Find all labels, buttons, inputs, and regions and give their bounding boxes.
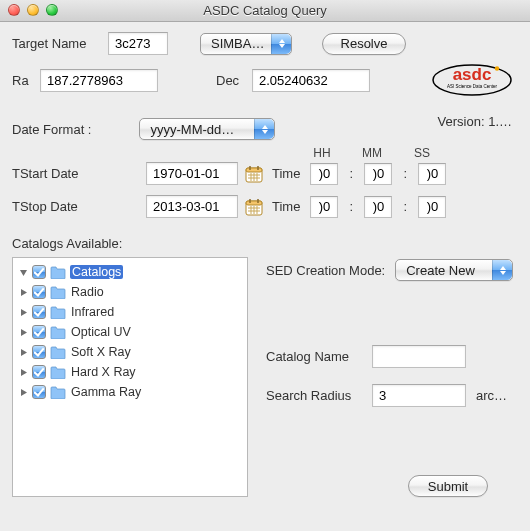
date-format-select[interactable]: yyyy-MM-dd… <box>139 118 275 140</box>
folder-icon <box>50 326 66 339</box>
ra-label: Ra <box>12 73 32 88</box>
disclosure-triangle-icon[interactable] <box>19 268 28 277</box>
tree-item-label: Soft X Ray <box>70 345 132 359</box>
close-window-button[interactable] <box>8 4 20 16</box>
tstop-ss-input[interactable] <box>418 196 446 218</box>
resolve-button[interactable]: Resolve <box>322 33 406 55</box>
tstart-label: TStart Date <box>12 166 98 181</box>
tree-item-label: Infrared <box>70 305 115 319</box>
checkbox[interactable] <box>32 385 46 399</box>
disclosure-triangle-icon[interactable] <box>19 308 28 317</box>
asdc-logo: asdc ASI Science Data Center <box>432 58 512 103</box>
folder-icon <box>50 266 66 279</box>
time-sep: : <box>344 199 358 214</box>
tree-item-label: Gamma Ray <box>70 385 142 399</box>
tstop-date-input[interactable] <box>146 195 238 218</box>
svg-marker-24 <box>21 309 27 316</box>
search-radius-label: Search Radius <box>266 388 362 403</box>
checkbox[interactable] <box>32 265 46 279</box>
tree-item-gamma-ray[interactable]: Gamma Ray <box>15 382 245 402</box>
svg-point-2 <box>495 66 500 71</box>
disclosure-triangle-icon[interactable] <box>19 368 28 377</box>
sed-mode-value: Create New <box>406 263 475 278</box>
folder-icon <box>50 366 66 379</box>
version-label: Version: 1.… <box>438 114 512 129</box>
calendar-icon[interactable] <box>244 197 264 217</box>
tree-item-label: Radio <box>70 285 105 299</box>
tstart-time-label: Time <box>272 166 300 181</box>
folder-icon <box>50 286 66 299</box>
tree-item-label: Catalogs <box>70 265 123 279</box>
disclosure-triangle-icon[interactable] <box>19 328 28 337</box>
chevron-updown-icon <box>492 260 512 280</box>
date-format-label: Date Format : <box>12 122 91 137</box>
zoom-window-button[interactable] <box>46 4 58 16</box>
time-sep: : <box>398 199 412 214</box>
tree-item-hard-x-ray[interactable]: Hard X Ray <box>15 362 245 382</box>
catalogs-available-label: Catalogs Available: <box>12 236 518 251</box>
tstop-mm-input[interactable] <box>364 196 392 218</box>
tstart-mm-input[interactable] <box>364 163 392 185</box>
ra-input[interactable] <box>40 69 158 92</box>
checkbox[interactable] <box>32 345 46 359</box>
tree-item-radio[interactable]: Radio <box>15 282 245 302</box>
window-title: ASDC Catalog Query <box>203 3 327 18</box>
window-titlebar: ASDC Catalog Query <box>0 0 530 22</box>
time-sep: : <box>398 166 412 181</box>
catalogs-tree[interactable]: CatalogsRadioInfraredOptical UVSoft X Ra… <box>12 257 248 497</box>
disclosure-triangle-icon[interactable] <box>19 288 28 297</box>
tstart-hh-input[interactable] <box>310 163 338 185</box>
tstart-date-input[interactable] <box>146 162 238 185</box>
catalog-name-label: Catalog Name <box>266 349 362 364</box>
checkbox[interactable] <box>32 365 46 379</box>
folder-icon <box>50 306 66 319</box>
tree-item-infrared[interactable]: Infrared <box>15 302 245 322</box>
dec-input[interactable] <box>252 69 370 92</box>
target-name-input[interactable] <box>108 32 168 55</box>
disclosure-triangle-icon[interactable] <box>19 348 28 357</box>
svg-text:asdc: asdc <box>453 65 492 84</box>
tree-item-optical-uv[interactable]: Optical UV <box>15 322 245 342</box>
tstop-label: TStop Date <box>12 199 98 214</box>
svg-rect-14 <box>246 201 262 205</box>
sed-mode-select[interactable]: Create New <box>395 259 513 281</box>
minimize-window-button[interactable] <box>27 4 39 16</box>
svg-text:ASI Science Data Center: ASI Science Data Center <box>447 84 498 89</box>
svg-rect-5 <box>246 168 262 172</box>
target-name-label: Target Name <box>12 36 100 51</box>
submit-button[interactable]: Submit <box>408 475 488 497</box>
ss-header: SS <box>408 146 436 160</box>
tstop-hh-input[interactable] <box>310 196 338 218</box>
dec-label: Dec <box>216 73 244 88</box>
traffic-lights <box>8 4 58 16</box>
resolver-select-label: SIMBA… <box>211 36 264 51</box>
checkbox[interactable] <box>32 325 46 339</box>
tree-item-catalogs[interactable]: Catalogs <box>15 262 245 282</box>
tstop-time-label: Time <box>272 199 300 214</box>
mm-header: MM <box>358 146 386 160</box>
disclosure-triangle-icon[interactable] <box>19 388 28 397</box>
chevron-updown-icon <box>254 119 274 139</box>
calendar-icon[interactable] <box>244 164 264 184</box>
tree-item-label: Hard X Ray <box>70 365 137 379</box>
chevron-updown-icon <box>271 34 291 54</box>
svg-marker-25 <box>21 329 27 336</box>
svg-marker-27 <box>21 369 27 376</box>
svg-marker-26 <box>21 349 27 356</box>
svg-marker-22 <box>20 270 27 276</box>
svg-marker-28 <box>21 389 27 396</box>
tree-item-label: Optical UV <box>70 325 132 339</box>
tstart-ss-input[interactable] <box>418 163 446 185</box>
resolver-select[interactable]: SIMBA… <box>200 33 292 55</box>
date-format-value: yyyy-MM-dd… <box>150 122 234 137</box>
svg-marker-23 <box>21 289 27 296</box>
catalog-name-input[interactable] <box>372 345 466 368</box>
checkbox[interactable] <box>32 305 46 319</box>
sed-mode-label: SED Creation Mode: <box>266 263 385 278</box>
search-radius-unit: arc… <box>476 388 507 403</box>
tree-item-soft-x-ray[interactable]: Soft X Ray <box>15 342 245 362</box>
folder-icon <box>50 346 66 359</box>
checkbox[interactable] <box>32 285 46 299</box>
search-radius-input[interactable] <box>372 384 466 407</box>
folder-icon <box>50 386 66 399</box>
